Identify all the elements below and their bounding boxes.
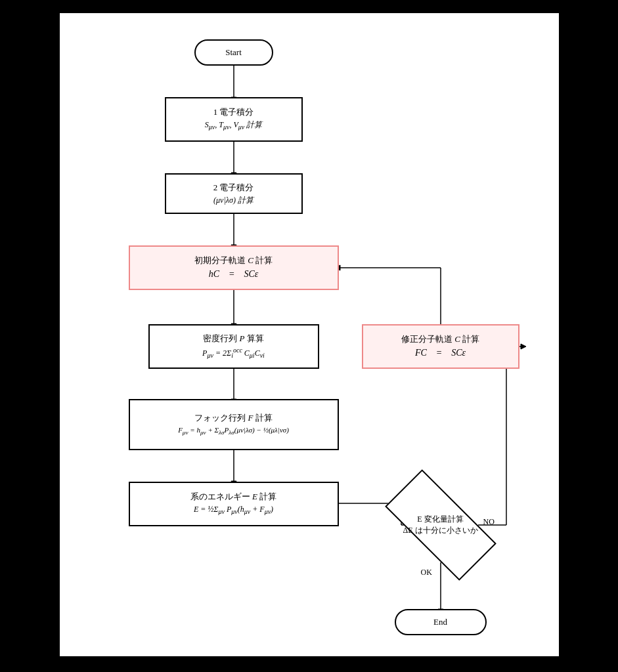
flow-wrap: Start 1 電子積分 Sμν, Tμν, Vμν 計算 2 電子積分 (μν… (73, 26, 546, 643)
no-label: NO (483, 517, 495, 527)
ok-label: OK (421, 568, 432, 578)
step5-formula: Fμν = hμν + ΣλσPλσ(μν|λσ) − ½(μλ|νσ) (178, 425, 289, 437)
step3-formula: hC = SCε (209, 268, 259, 281)
step1-formula: Sμν, Tμν, Vμν 計算 (205, 119, 262, 132)
step6-label: 系のエネルギー E 計算 (190, 491, 276, 503)
step1-label: 1 電子積分 (213, 106, 254, 118)
end-label: End (433, 616, 447, 628)
corr-c-formula: FC = SCε (415, 346, 466, 360)
svg-marker-19 (521, 344, 526, 349)
step4-label: 密度行列 P 算算 (203, 333, 263, 345)
corr-c-label: 修正分子軌道 C 計算 (401, 333, 479, 345)
step2-label: 2 電子積分 (213, 182, 254, 194)
step5-label: フォック行列 F 計算 (194, 412, 272, 424)
start-label: Start (225, 47, 242, 58)
corr-c-node: 修正分子軌道 C 計算 FC = SCε (362, 324, 519, 369)
end-node: End (395, 609, 487, 635)
diagram-container: Start 1 電子積分 Sμν, Tμν, Vμν 計算 2 電子積分 (μν… (60, 13, 559, 656)
step4-node: 密度行列 P 算算 Pμν = 2Σiocc CμiCνi (148, 324, 319, 369)
start-node: Start (194, 39, 273, 66)
step4-formula: Pμν = 2Σiocc CμiCνi (202, 346, 265, 360)
step2-node: 2 電子積分 (μν|λσ) 計算 (165, 173, 303, 214)
step6-formula: E = ½Σμν Pμν(hμν + Fμν) (194, 504, 273, 516)
step3-label: 初期分子軌道 C 計算 (194, 255, 273, 266)
diamond-text: E 変化量計算 ΔE は十分に小さいか (403, 514, 477, 536)
step2-formula: (μν|λσ) 計算 (213, 195, 254, 206)
step1-node: 1 電子積分 Sμν, Tμν, Vμν 計算 (165, 97, 303, 142)
step3-node: 初期分子軌道 C 計算 hC = SCε (129, 245, 339, 290)
step5-node: フォック行列 F 計算 Fμν = hμν + ΣλσPλσ(μν|λσ) − … (129, 399, 339, 450)
step6-node: 系のエネルギー E 計算 E = ½Σμν Pμν(hμν + Fμν) (129, 482, 339, 526)
